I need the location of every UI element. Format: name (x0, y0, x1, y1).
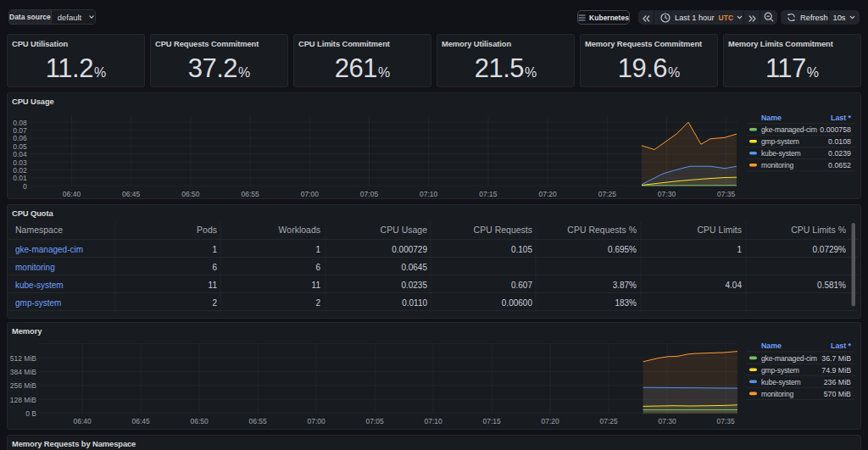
svg-text:monitoring: monitoring (761, 390, 794, 398)
svg-text:07:15: 07:15 (479, 190, 498, 198)
svg-text:gke-managed-cim: gke-managed-cim (15, 245, 83, 254)
svg-text:4.04: 4.04 (726, 281, 743, 290)
svg-text:Name: Name (761, 114, 782, 122)
svg-text:6: 6 (315, 263, 320, 272)
svg-text:07:00: 07:00 (307, 417, 326, 425)
svg-text:07:35: 07:35 (717, 190, 736, 198)
svg-text:06:50: 06:50 (181, 190, 200, 198)
svg-text:06:50: 06:50 (190, 417, 209, 425)
svg-text:CPU Usage: CPU Usage (381, 225, 428, 235)
svg-text:kube-system: kube-system (761, 378, 801, 386)
svg-text:07:20: 07:20 (538, 190, 557, 198)
svg-text:0.607: 0.607 (511, 281, 532, 290)
svg-text:Last *: Last * (831, 114, 852, 122)
svg-text:0 B: 0 B (25, 409, 36, 418)
svg-text:183%: 183% (615, 298, 637, 308)
svg-text:3.87%: 3.87% (613, 281, 637, 290)
svg-text:1: 1 (212, 245, 217, 254)
svg-text:0.0108: 0.0108 (828, 137, 851, 146)
svg-text:07:00: 07:00 (301, 190, 320, 198)
svg-text:6: 6 (212, 263, 217, 272)
svg-text:570 MiB: 570 MiB (824, 390, 851, 398)
svg-text:06:45: 06:45 (131, 417, 150, 425)
svg-text:512 MiB: 512 MiB (10, 354, 37, 363)
svg-text:0: 0 (23, 182, 27, 191)
svg-text:Workloads: Workloads (279, 225, 320, 235)
svg-text:256 MiB: 256 MiB (10, 381, 37, 390)
svg-text:gmp-system: gmp-system (761, 137, 799, 146)
svg-text:monitoring: monitoring (15, 263, 55, 272)
svg-text:Pods: Pods (197, 225, 217, 235)
svg-text:0.0729%: 0.0729% (813, 245, 847, 254)
svg-text:07:20: 07:20 (541, 417, 559, 425)
svg-text:gke-managed-cim: gke-managed-cim (761, 125, 817, 134)
svg-text:1: 1 (737, 245, 742, 254)
svg-text:0.105: 0.105 (511, 245, 532, 254)
svg-text:11: 11 (209, 281, 218, 290)
svg-text:07:25: 07:25 (599, 417, 618, 425)
svg-text:CPU Requests: CPU Requests (474, 225, 532, 235)
svg-text:1: 1 (315, 245, 320, 254)
svg-text:0.000729: 0.000729 (392, 245, 427, 254)
svg-text:monitoring: monitoring (761, 161, 794, 169)
svg-text:06:55: 06:55 (241, 190, 259, 198)
svg-text:0.581%: 0.581% (817, 281, 846, 290)
svg-text:Name: Name (761, 342, 782, 350)
svg-text:0.08: 0.08 (13, 119, 27, 127)
svg-text:06:45: 06:45 (122, 190, 141, 198)
svg-text:2: 2 (315, 298, 320, 308)
svg-text:Namespace: Namespace (15, 225, 63, 235)
svg-text:0.0235: 0.0235 (401, 281, 427, 290)
svg-text:0.01: 0.01 (13, 174, 27, 182)
svg-text:0.00600: 0.00600 (502, 298, 533, 308)
svg-text:07:25: 07:25 (598, 190, 617, 198)
svg-text:06:40: 06:40 (73, 417, 92, 425)
svg-text:gke-managed-cim: gke-managed-cim (761, 354, 817, 363)
svg-text:0.695%: 0.695% (608, 245, 637, 254)
svg-text:0.07: 0.07 (13, 126, 27, 135)
svg-text:07:05: 07:05 (365, 417, 384, 425)
svg-text:06:55: 06:55 (248, 417, 267, 425)
svg-text:0.02: 0.02 (13, 166, 27, 175)
svg-text:0.05: 0.05 (13, 142, 27, 151)
svg-text:0.0239: 0.0239 (828, 149, 851, 158)
svg-text:0.03: 0.03 (13, 158, 27, 167)
svg-text:kube-system: kube-system (761, 149, 801, 158)
svg-text:07:10: 07:10 (424, 417, 442, 425)
svg-text:0.06: 0.06 (13, 134, 27, 142)
svg-text:74.9 MiB: 74.9 MiB (821, 366, 851, 375)
svg-text:gmp-system: gmp-system (761, 366, 799, 375)
svg-text:07:30: 07:30 (658, 190, 676, 198)
svg-text:CPU Limits: CPU Limits (697, 225, 742, 235)
svg-text:06:40: 06:40 (63, 190, 81, 198)
svg-text:kube-system: kube-system (15, 281, 64, 290)
svg-text:07:05: 07:05 (360, 190, 379, 198)
svg-text:384 MiB: 384 MiB (10, 368, 37, 376)
svg-text:CPU Limits %: CPU Limits % (791, 225, 846, 235)
svg-text:128 MiB: 128 MiB (10, 396, 37, 404)
svg-text:0.0652: 0.0652 (828, 161, 851, 169)
svg-text:0.0645: 0.0645 (401, 263, 427, 272)
svg-text:07:15: 07:15 (482, 417, 501, 425)
svg-text:gmp-system: gmp-system (15, 298, 61, 308)
svg-text:11: 11 (312, 281, 321, 290)
svg-text:0.000758: 0.000758 (820, 125, 851, 134)
svg-text:07:30: 07:30 (658, 417, 676, 425)
svg-text:2: 2 (212, 298, 217, 308)
svg-text:07:35: 07:35 (716, 417, 735, 425)
svg-text:0.04: 0.04 (13, 150, 27, 158)
svg-text:36.7 MiB: 36.7 MiB (821, 354, 851, 363)
svg-text:0.0110: 0.0110 (402, 298, 427, 308)
svg-text:236 MiB: 236 MiB (824, 378, 851, 386)
svg-text:CPU Requests %: CPU Requests % (567, 225, 637, 235)
svg-text:Last *: Last * (831, 342, 852, 350)
svg-text:07:10: 07:10 (420, 190, 438, 198)
